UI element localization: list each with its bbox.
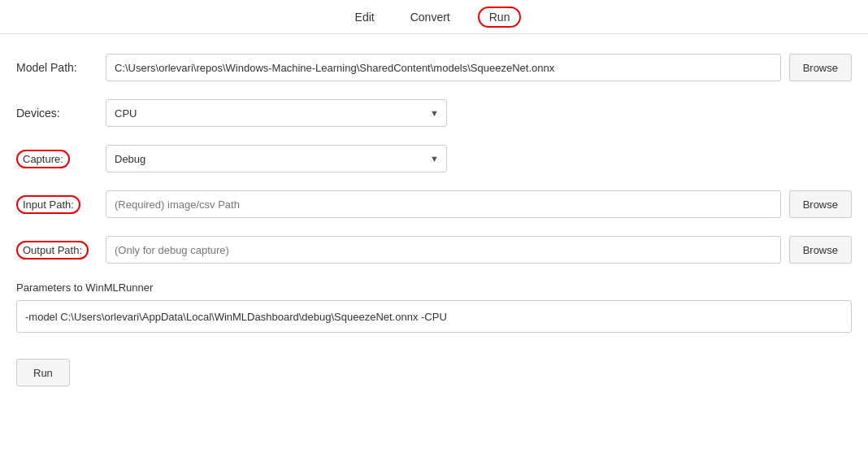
capture-select-wrapper: Debug Release None ▼ [106, 145, 447, 172]
run-button[interactable]: Run [16, 359, 70, 386]
input-path-label: Input Path: [16, 195, 80, 214]
input-path-browse-button[interactable]: Browse [789, 190, 852, 218]
devices-select-wrapper: CPU GPU ▼ [106, 99, 447, 127]
main-content: Model Path: Browse Devices: CPU GPU ▼ Ca… [0, 34, 868, 403]
params-input[interactable] [16, 300, 852, 333]
nav-item-convert[interactable]: Convert [402, 7, 458, 27]
output-path-row: Output Path: Browse [16, 236, 852, 264]
output-path-label-wrapper: Output Path: [16, 243, 106, 256]
input-path-row: Input Path: Browse [16, 190, 852, 218]
capture-label: Capture: [16, 150, 70, 168]
capture-label-wrapper: Capture: [16, 152, 106, 165]
top-navigation: Edit Convert Run [0, 0, 868, 34]
input-path-label-wrapper: Input Path: [16, 198, 106, 211]
devices-row: Devices: CPU GPU ▼ [16, 99, 852, 127]
input-path-input[interactable] [106, 190, 781, 218]
model-path-row: Model Path: Browse [16, 54, 852, 81]
output-path-label: Output Path: [16, 241, 89, 260]
params-section-label: Parameters to WinMLRunner [16, 281, 852, 294]
model-path-browse-button[interactable]: Browse [789, 54, 852, 81]
devices-label: Devices: [16, 107, 106, 120]
nav-item-run[interactable]: Run [478, 7, 522, 28]
capture-row: Capture: Debug Release None ▼ [16, 145, 852, 172]
output-path-input[interactable] [106, 236, 781, 264]
nav-item-edit[interactable]: Edit [347, 7, 383, 27]
capture-select[interactable]: Debug Release None [106, 145, 447, 172]
model-path-label: Model Path: [16, 61, 106, 74]
devices-select[interactable]: CPU GPU [106, 99, 447, 127]
output-path-browse-button[interactable]: Browse [789, 236, 852, 264]
model-path-input[interactable] [106, 54, 781, 81]
